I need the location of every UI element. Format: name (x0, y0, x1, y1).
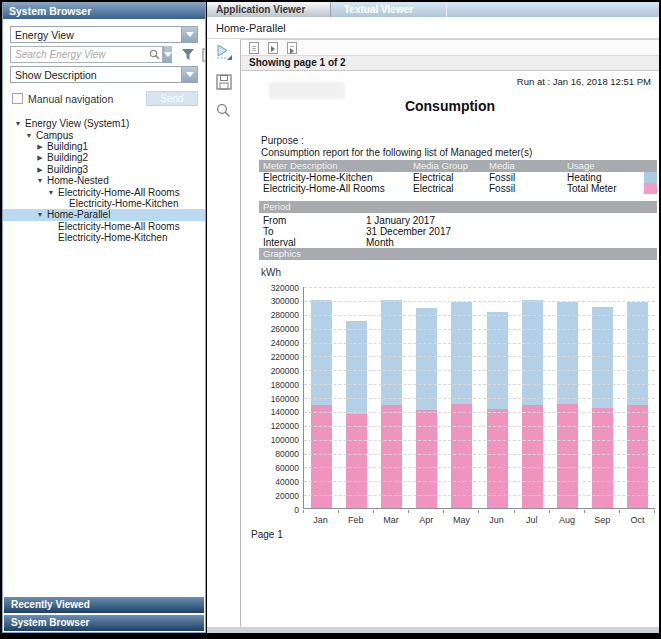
description-selector-row: Show Description (10, 66, 198, 83)
filter-icon[interactable] (181, 48, 195, 61)
bar-segment-total-meter (557, 404, 578, 508)
bar-segment-total-meter (487, 409, 508, 508)
tree-collapse-icon[interactable]: ▼ (24, 130, 34, 141)
tree-item-building2[interactable]: ▶Building2 (3, 152, 205, 163)
recently-viewed-bar[interactable]: Recently Viewed (4, 597, 204, 613)
report-viewer: Showing page 1 of 2 Run at : Jan 16, 201… (240, 39, 659, 627)
system-browser-panel: System Browser Energy View (2, 2, 206, 633)
bar-may (451, 302, 472, 508)
single-page-icon[interactable] (249, 42, 259, 54)
tree-expand-icon[interactable]: ▶ (35, 152, 45, 163)
meter-cell: Heating (567, 172, 601, 183)
tree-item-home-nested[interactable]: ▼Home-Nested (3, 175, 205, 186)
tree-item-campus[interactable]: ▼Campus (3, 129, 205, 140)
x-axis-tick-label: Jul (514, 515, 549, 525)
tree-item-electricity-home-kitchen[interactable]: Electricity-Home-Kitchen (3, 198, 205, 209)
meter-cell: Total Meter (567, 183, 616, 194)
viewer-panel: Application Viewer Textual Viewer Home-P… (207, 2, 659, 633)
save-report-icon[interactable] (216, 74, 232, 94)
bar-jan (311, 300, 332, 508)
run-report-icon[interactable] (215, 44, 233, 65)
x-axis-ticks (303, 510, 655, 513)
col-media-group: Media Group (413, 160, 468, 172)
zoom-icon[interactable] (216, 103, 231, 122)
bar-segment-total-meter (627, 405, 648, 508)
bar-jul (522, 300, 543, 508)
multi-page-icon[interactable] (287, 42, 297, 54)
x-axis-tick-label: Oct (620, 515, 655, 525)
chevron-down-icon[interactable] (181, 27, 197, 42)
y-axis-tick-label: 200000 (259, 366, 299, 376)
tree-item-home-parallel[interactable]: ▼Home-Parallel (3, 209, 205, 220)
y-axis-tick-label: 280000 (259, 310, 299, 320)
send-button[interactable]: Send (146, 91, 198, 106)
x-axis-tick-label: Jun (479, 515, 514, 525)
bar-segment-heating (592, 307, 613, 408)
bar-segment-total-meter (346, 414, 367, 508)
tree-item-electricity-home-all-rooms[interactable]: Electricity-Home-All Rooms (3, 221, 205, 232)
gridline (304, 398, 655, 399)
system-browser-bar[interactable]: System Browser (4, 615, 204, 631)
tab-application-viewer[interactable]: Application Viewer (207, 2, 331, 17)
tree-item-building1[interactable]: ▶Building1 (3, 141, 205, 152)
tree-expand-icon[interactable]: ▶ (35, 164, 45, 175)
y-axis-tick-label: 260000 (259, 324, 299, 334)
period-row: IntervalMonth (259, 237, 657, 248)
tree-collapse-icon[interactable]: ▼ (46, 187, 56, 198)
search-options-chevron-icon[interactable] (163, 46, 172, 63)
chevron-down-icon[interactable] (181, 67, 197, 82)
bar-jun (487, 312, 508, 508)
y-axis-tick-label: 240000 (259, 338, 299, 348)
tree-collapse-icon[interactable]: ▼ (35, 175, 45, 186)
view-selector-combobox[interactable]: Energy View (10, 26, 198, 43)
horizontal-scrollbar-track[interactable] (207, 627, 659, 633)
description-selector-combobox[interactable]: Show Description (10, 66, 198, 83)
gridline (304, 481, 655, 482)
series-color-swatch (644, 183, 657, 194)
run-at-timestamp: Run at : Jan 16, 2018 12:51 PM (517, 76, 651, 87)
tree-collapse-icon[interactable]: ▼ (35, 209, 45, 220)
tree-item-label: Building1 (45, 141, 88, 152)
search-icon[interactable] (149, 49, 160, 60)
manual-navigation-row: Manual navigation Send (10, 91, 198, 106)
bar-segment-heating (416, 308, 437, 409)
manual-navigation-checkbox[interactable] (12, 93, 23, 104)
tree-item-building3[interactable]: ▶Building3 (3, 164, 205, 175)
meter-cell: Electrical (413, 172, 454, 183)
y-axis-tick-label: 300000 (259, 296, 299, 306)
tree-item-electricity-home-kitchen[interactable]: Electricity-Home-Kitchen (3, 232, 205, 243)
chart-unit-label: kWh (261, 267, 281, 278)
period-row: To31 December 2017 (259, 226, 657, 237)
y-axis-tick-label: 80000 (259, 449, 299, 459)
gridline (304, 370, 655, 371)
gridline (304, 329, 655, 330)
bar-segment-heating (487, 312, 508, 409)
breadcrumb: Home-Parallel (207, 17, 659, 39)
tree-item-electricity-home-all-rooms[interactable]: ▼Electricity-Home-All Rooms (3, 186, 205, 197)
tree-expand-icon[interactable]: ▶ (35, 141, 45, 152)
tab-textual-viewer[interactable]: Textual Viewer (331, 2, 443, 17)
bar-segment-total-meter (311, 405, 332, 508)
x-axis-tick-label: Sep (585, 515, 620, 525)
gridline (304, 454, 655, 455)
bar-segment-total-meter (381, 405, 402, 508)
x-axis-labels: JanFebMarAprMayJunJulAugSepOct (303, 515, 655, 525)
y-axis-tick-label: 0 (259, 505, 299, 515)
tree-collapse-icon[interactable]: ▼ (13, 118, 23, 129)
bar-oct (627, 302, 648, 508)
period-value: 31 December 2017 (366, 226, 451, 237)
period-label: From (263, 215, 286, 226)
y-axis-tick-label: 20000 (259, 491, 299, 501)
tree-item-energy-view-system1-[interactable]: ▼Energy View (System1) (3, 118, 205, 129)
x-axis-tick-label: Mar (373, 515, 408, 525)
gridline (304, 384, 655, 385)
panel-title: System Browser (3, 3, 205, 19)
next-page-icon[interactable] (268, 42, 278, 54)
system-browser-body: Energy View (3, 19, 205, 597)
y-axis-tick-label: 100000 (259, 435, 299, 445)
x-axis-tick-label: Jan (303, 515, 338, 525)
y-axis-tick-label: 140000 (259, 407, 299, 417)
save-view-icon[interactable] (202, 48, 205, 62)
search-input-wrap (10, 46, 163, 63)
search-input[interactable] (11, 49, 149, 60)
